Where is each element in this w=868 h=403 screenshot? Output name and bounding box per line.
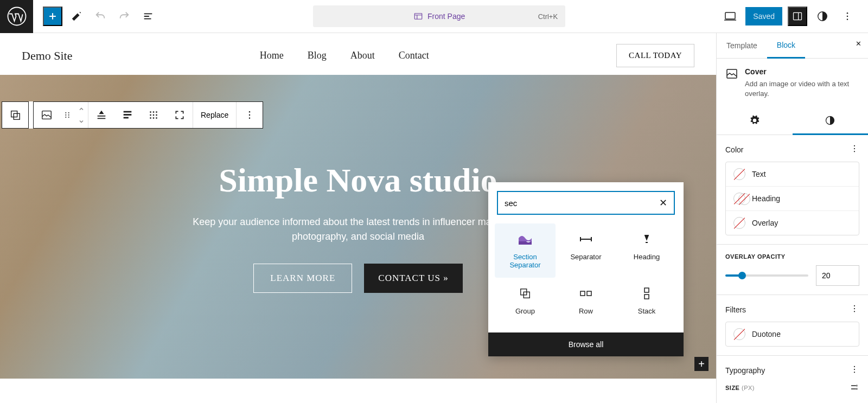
svg-rect-38 <box>644 295 649 299</box>
nav-link[interactable]: Home <box>260 50 284 61</box>
undo-button[interactable] <box>91 7 110 26</box>
svg-point-15 <box>68 114 69 116</box>
color-heading-row[interactable]: Heading <box>726 187 859 211</box>
page-selector[interactable]: Front Page Ctrl+K <box>313 5 565 27</box>
svg-point-27 <box>153 117 155 119</box>
append-block-button[interactable]: + <box>694 357 709 371</box>
svg-point-14 <box>68 112 69 113</box>
svg-point-5 <box>847 12 848 14</box>
svg-point-25 <box>156 114 157 116</box>
site-nav: Home Blog About Contact <box>260 50 429 61</box>
inserter-item-group[interactable]: Group <box>495 278 556 324</box>
svg-point-7 <box>847 19 848 21</box>
align-button[interactable] <box>88 102 114 128</box>
inserter-search: ✕ <box>497 191 675 215</box>
cover-icon <box>725 67 738 99</box>
duotone-row[interactable]: Duotone <box>726 322 859 346</box>
content-position-button[interactable] <box>114 102 141 128</box>
settings-sidebar: Template Block ✕ Cover Add an image or v… <box>716 33 868 403</box>
cover-subheading[interactable]: Keep your audience informed about the la… <box>174 215 542 244</box>
full-height-button[interactable] <box>141 102 167 128</box>
color-text-row[interactable]: Text <box>726 162 859 187</box>
block-more-options[interactable] <box>237 102 263 128</box>
filters-panel-menu[interactable] <box>850 304 859 315</box>
svg-rect-36 <box>587 291 591 296</box>
svg-rect-32 <box>645 235 648 236</box>
block-description: Add an image or video with a text overla… <box>745 79 859 99</box>
nav-link[interactable]: Blog <box>308 50 327 61</box>
svg-rect-9 <box>14 113 20 119</box>
add-block-button[interactable] <box>43 7 62 26</box>
parent-block-button[interactable] <box>2 102 28 128</box>
device-preview-button[interactable] <box>720 7 740 26</box>
filters-panel-title: Filters <box>725 305 746 314</box>
settings-subtab[interactable] <box>717 107 793 135</box>
learn-more-button[interactable]: LEARN MORE <box>253 264 352 293</box>
close-sidebar-icon[interactable]: ✕ <box>856 40 861 48</box>
browse-all-button[interactable]: Browse all <box>488 332 684 356</box>
svg-rect-3 <box>794 12 802 20</box>
site-title[interactable]: Demo Site <box>22 49 73 63</box>
stack-icon <box>641 286 652 300</box>
move-up-button[interactable] <box>75 103 88 115</box>
contact-us-button[interactable]: CONTACT US » <box>364 264 462 293</box>
styles-button[interactable] <box>813 7 832 26</box>
svg-point-6 <box>847 16 848 17</box>
overlay-opacity-input[interactable] <box>816 265 859 286</box>
wordpress-logo[interactable] <box>0 0 33 33</box>
tab-template[interactable]: Template <box>717 34 767 57</box>
sidebar-toggle-button[interactable] <box>788 7 807 26</box>
svg-point-46 <box>854 311 855 312</box>
tab-block[interactable]: Block <box>767 33 805 59</box>
svg-rect-19 <box>124 117 129 119</box>
styles-subtab[interactable] <box>793 107 869 135</box>
list-view-button[interactable] <box>138 7 158 26</box>
inserter-item-separator[interactable]: Separator <box>556 223 616 278</box>
inserter-item-row[interactable]: Row <box>556 278 616 324</box>
svg-point-0 <box>8 8 25 25</box>
svg-point-43 <box>854 151 855 152</box>
edit-mode-icon[interactable] <box>67 7 86 26</box>
svg-rect-17 <box>124 111 132 113</box>
svg-point-26 <box>150 117 151 119</box>
color-panel-menu[interactable] <box>850 144 859 155</box>
row-icon <box>579 286 592 300</box>
move-down-button[interactable] <box>75 115 88 127</box>
clear-search-icon[interactable]: ✕ <box>659 197 667 209</box>
replace-button[interactable]: Replace <box>193 102 237 128</box>
fullscreen-button[interactable] <box>167 102 193 128</box>
block-name: Cover <box>745 67 859 76</box>
size-settings-icon[interactable] <box>850 382 859 393</box>
svg-point-42 <box>854 148 855 149</box>
typography-panel-menu[interactable] <box>850 364 859 376</box>
typography-panel-title: Typography <box>725 366 765 375</box>
svg-point-21 <box>153 111 155 113</box>
svg-point-23 <box>150 114 151 116</box>
nav-link[interactable]: Contact <box>399 50 429 61</box>
inserter-item-heading[interactable]: Heading <box>616 223 677 278</box>
cover-block-icon[interactable] <box>34 102 60 128</box>
drag-handle[interactable] <box>60 102 75 128</box>
inserter-item-section-separator[interactable]: Section Separator <box>495 223 556 278</box>
call-today-button[interactable]: CALL TODAY <box>616 44 694 67</box>
svg-point-11 <box>65 112 66 113</box>
svg-point-47 <box>854 366 855 367</box>
svg-point-24 <box>153 114 155 116</box>
saved-button[interactable]: Saved <box>745 7 782 25</box>
more-options-button[interactable] <box>838 7 857 26</box>
color-overlay-row[interactable]: Overlay <box>726 211 859 235</box>
inserter-search-input[interactable] <box>505 199 659 208</box>
svg-point-28 <box>156 117 157 119</box>
redo-button[interactable] <box>114 7 134 26</box>
svg-rect-37 <box>644 288 649 292</box>
svg-point-16 <box>68 117 69 118</box>
nav-link[interactable]: About <box>350 50 375 61</box>
inserter-item-stack[interactable]: Stack <box>616 278 677 324</box>
svg-point-48 <box>854 369 855 370</box>
cover-heading[interactable]: Simple Nova studio <box>219 161 497 200</box>
overlay-opacity-slider[interactable] <box>725 274 808 277</box>
block-toolbar: Replace <box>2 101 263 129</box>
svg-point-13 <box>65 117 66 118</box>
svg-point-20 <box>150 111 151 113</box>
color-panel-title: Color <box>725 145 743 154</box>
